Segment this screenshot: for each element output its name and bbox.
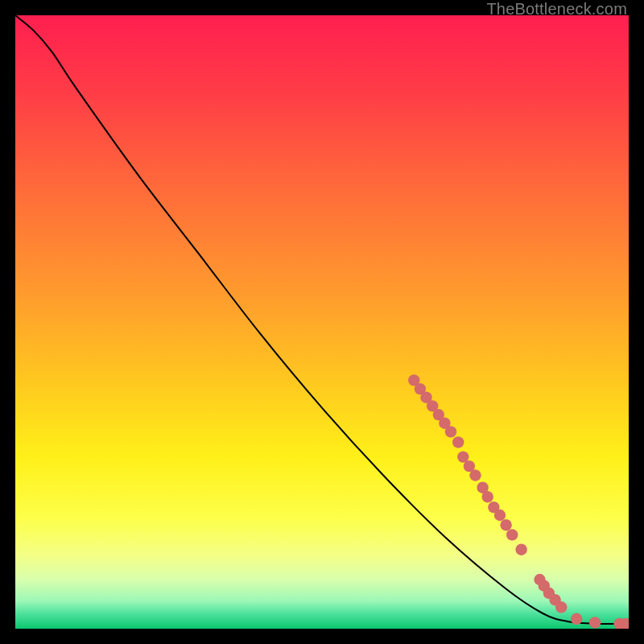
highlight-marker (506, 529, 518, 540)
highlight-marker (571, 613, 582, 625)
highlight-marker (482, 491, 493, 502)
chart-stage: TheBottleneck.com (0, 0, 644, 644)
highlight-marker (452, 436, 464, 448)
bottleneck-curve (15, 15, 629, 624)
plot-area (15, 15, 629, 629)
chart-overlay (15, 15, 629, 629)
highlight-marker (589, 617, 601, 628)
highlight-marker (494, 510, 506, 521)
highlight-marker (445, 426, 456, 437)
highlight-markers (408, 374, 629, 629)
highlight-marker (555, 601, 567, 613)
highlight-marker (469, 469, 481, 481)
highlight-marker (515, 544, 526, 555)
highlight-marker (500, 519, 511, 530)
attribution-label: TheBottleneck.com (486, 0, 627, 19)
